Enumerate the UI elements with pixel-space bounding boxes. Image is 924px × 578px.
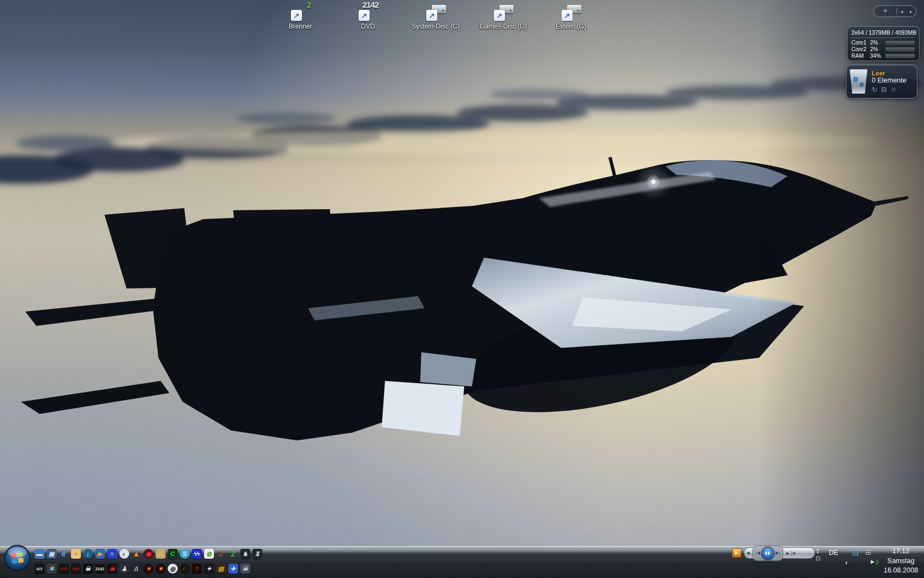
pirate-skull-game-icon[interactable]: ☠ [82,563,93,574]
media-player-icon[interactable]: ▶ [95,548,105,559]
desktop-icon-label: Games-Disc (D) [480,23,527,30]
cave-game-icon[interactable]: ∩ [179,563,190,574]
skull-portrait-game-icon[interactable]: ☠ [240,563,250,574]
recycle-bin-status: Leer [872,70,906,77]
bf2142-icon[interactable]: 2142 [95,563,105,574]
vlc-icon[interactable]: ▲ [131,548,141,559]
battlefield2-icon[interactable]: 2 [216,548,226,559]
internet-explorer-icon[interactable]: e [58,548,69,559]
stop-button[interactable]: ■ [747,551,750,555]
desktop-icon-label: Brenner [289,23,312,30]
tray-collapse-arrow[interactable]: ‹ [845,559,848,566]
clock-time: 17:12 [882,547,920,555]
shortcut-arrow-icon: ↗ [291,10,302,21]
language-indicator[interactable]: DE [829,549,838,557]
desktop-icon-dvd[interactable]: 2142 ↗ DVD [338,2,398,30]
quick-launch-row-1: ▬ ▣ e ◔ ↓ ▶ ≡ ◐ ▲ ◉ [34,548,262,559]
mech-game-icon[interactable]: ♟ [119,563,129,574]
app-logo-badge: 2 [307,1,311,9]
clock-app-icon[interactable]: ◔ [70,548,81,559]
desktop-icon-games-disc[interactable]: ↗ Games-Disc (D) [473,2,534,30]
home-app-icon[interactable]: ⌂ [155,548,166,559]
desktop-icon-brenner[interactable]: 2 ↗ Brenner [270,2,331,30]
tray-volume-icon[interactable]: ◄)) [870,558,879,565]
sidebar-controls: + ◂ ▸ [873,6,916,17]
lightning-app-icon[interactable]: ϟϟ [191,548,202,559]
recycle-bin-gadget[interactable]: Leer 0 Elemente ↻⊟✖ [846,64,917,99]
add-gadget-button[interactable]: + [874,7,897,16]
skype-icon[interactable]: S [179,548,190,559]
clock-date: 16.08.2008 [882,566,920,574]
taskbar: ▬ ▣ e ◔ ↓ ▶ ≡ ◐ ▲ ◉ [0,546,924,578]
flight-sim-icon[interactable]: ✈ [228,563,238,574]
media-toolbar: ■ |◀ ▮▮ ▶| ◄)▾ [744,547,815,559]
clock[interactable]: 17:12 Samstag 16.08.2008 [882,547,920,574]
app-logo-badge: 2142 [362,1,378,9]
counterstrike-icon[interactable]: ◎ [167,563,178,574]
start-button[interactable] [4,544,31,571]
recycle-bin-icon[interactable] [850,69,867,94]
pentagram-game-icon[interactable]: ✶ [143,563,153,574]
knight-game-icon[interactable]: ♞ [240,548,250,559]
vista-desktop: 2 ↗ Brenner 2142 ↗ DVD ↗ System-D [0,0,924,578]
clock-day: Samstag [882,557,920,565]
shortcut-arrow-icon: ↗ [562,10,573,21]
gadgets-prev-button[interactable]: ◂ [897,9,906,14]
toolbar-expand-button[interactable]: ▴ ▾ [817,548,819,554]
ghost-game-icon[interactable]: Δ [131,563,141,574]
green-c-app-icon[interactable]: C [167,548,178,559]
desktop-icon-system-disc[interactable]: ↗ System-Disc (C) [405,2,466,30]
cpu-meter-gadget[interactable]: 2x64 / 1379MB / 4093MB Core1 2% Core2 2%… [847,26,920,61]
meter-label: RAM [851,53,870,59]
grenade-game-icon[interactable]: ✱ [46,563,57,574]
show-desktop-icon[interactable]: ▬ [34,548,45,559]
speaker-icon: ◄ [785,550,790,556]
recycle-refresh-icon[interactable]: ↻ [872,86,877,93]
meter-bar [885,40,915,45]
switch-windows-icon[interactable]: ▣ [46,548,57,559]
castle-game-icon[interactable]: ♜ [252,548,262,559]
blue-stripes-app-icon[interactable]: ≡ [107,548,117,559]
meter-label: Core2 [851,46,870,52]
red-dragon-app-icon[interactable]: ◉ [143,548,153,559]
shortcut-arrow-icon: ↗ [359,10,370,21]
previous-track-button[interactable]: |◀ [756,551,760,555]
meter-bar [885,53,915,58]
network-tray-icon[interactable]: ⊞ [865,548,871,557]
meter-label: Core1 [851,40,870,46]
recycle-delete-icon[interactable]: ✖ [890,86,896,93]
volume-button[interactable]: ◄)▾ [785,550,795,556]
green-globe-app-icon[interactable]: ◐ [119,548,129,559]
desktop-icon-label: Extern (G) [556,23,586,30]
next-track-button[interactable]: ▶| [776,551,780,555]
pentagram2-game-icon[interactable]: ✶ [155,563,166,574]
download-manager-icon[interactable]: ↓ [82,548,93,559]
gadgets-next-button[interactable]: ▸ [906,9,916,14]
wmp-toolbar-icon[interactable]: ▶ [732,548,741,558]
recycle-open-icon[interactable]: ⊟ [881,86,887,93]
pause-button[interactable]: ▮▮ [761,547,774,560]
shortcut-arrow-icon: ↗ [494,10,505,21]
fh2b-mod-icon[interactable]: FH2 [70,563,81,574]
shortcut-arrow-icon: ↗ [426,10,437,21]
wallpaper-f14-jet [0,0,924,546]
santa-skull-game-icon[interactable]: ☠ [107,563,117,574]
chest-game-icon[interactable]: ▤ [216,563,226,574]
desktop-icon-label: DVD [361,23,375,30]
desktop-icon-extern[interactable]: ↗ Extern (G) [541,2,601,30]
recycle-bin-count: 0 Elemente [872,77,906,84]
player-restore-icon[interactable]: ⊡ [816,555,820,561]
desktop-icons: 2 ↗ Brenner 2142 ↗ DVD ↗ System-D [270,2,608,30]
aix-mod-icon[interactable]: AIX [34,563,45,574]
cpu-gadget-title: 2x64 / 1379MB / 4093MB [851,29,915,38]
meter-value: 34% [870,53,885,59]
demon-cross-game-icon[interactable]: † [191,563,202,574]
quick-launch-row-2: AIX ✱ FH2 FH2 ☠ 2142 ☠ ♟ Δ ✶ [34,563,250,574]
fh2-mod-icon[interactable]: FH2 [58,563,69,574]
green-clover-app-icon[interactable]: ✿ [204,548,214,559]
fist-game-icon[interactable]: ✦ [204,563,214,574]
meter-bar [885,47,915,52]
desktop-icon-label: System-Disc (C) [411,23,459,30]
battlefield2-green-icon[interactable]: 2 [228,548,238,559]
sidebar-tray-icon[interactable]: ▤ [852,548,859,557]
